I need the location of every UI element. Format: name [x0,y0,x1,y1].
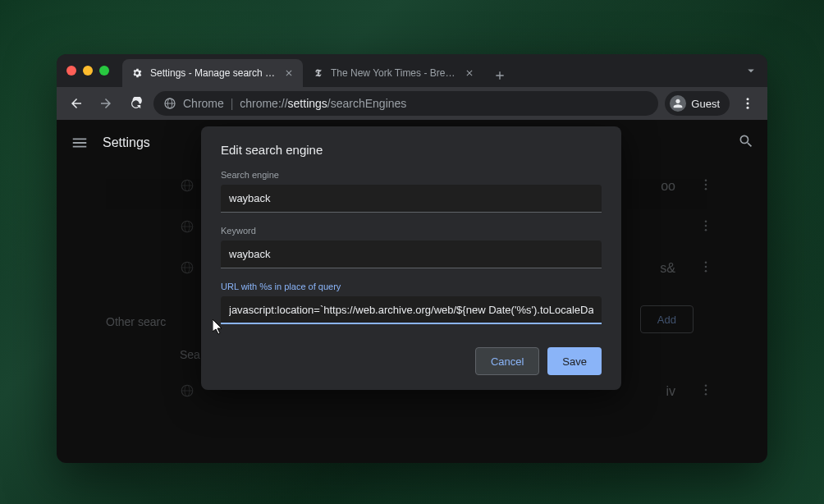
page-title: Settings [103,135,150,150]
field-label: Search engine [221,170,602,180]
svg-point-29 [705,393,707,396]
nyt-icon: 𝕿 [311,66,324,80]
svg-point-21 [705,261,707,263]
svg-point-27 [705,384,707,387]
tabs-container: Settings - Manage search engi 𝕿 The New … [122,54,767,87]
svg-point-9 [705,179,707,181]
search-button[interactable] [738,133,754,153]
window-controls [66,66,109,76]
globe-icon [180,219,196,236]
svg-point-5 [747,107,749,109]
tab-bar: Settings - Manage search engi 𝕿 The New … [57,54,767,87]
globe-icon [180,260,196,277]
svg-point-4 [747,103,749,105]
svg-point-17 [705,229,707,231]
address-bar[interactable]: Chrome | chrome://settings/searchEngines [153,91,658,116]
window-maximize-button[interactable] [99,66,109,76]
tab-nyt[interactable]: 𝕿 The New York Times - Breaking [303,59,483,87]
add-engine-button[interactable]: Add [640,305,694,333]
hamburger-menu-button[interactable] [70,133,89,153]
url-input[interactable] [221,296,602,324]
close-icon[interactable] [464,67,475,79]
dialog-title: Edit search engine [221,143,602,157]
svg-point-3 [747,98,749,100]
field-label: URL with %s in place of query [221,282,602,291]
dialog-actions: Cancel Save [221,347,602,375]
desktop-wallpaper: Settings - Manage search engi 𝕿 The New … [0,0,824,504]
browser-menu-button[interactable] [736,92,759,115]
reload-button[interactable] [124,92,147,115]
edit-search-engine-dialog: Edit search engine Search engine Keyword… [201,126,621,390]
browser-window: Settings - Manage search engi 𝕿 The New … [57,54,767,463]
url-field: URL with %s in place of query [221,282,602,324]
cancel-button[interactable]: Cancel [475,347,539,375]
save-button[interactable]: Save [547,347,602,375]
new-tab-button[interactable] [488,64,511,87]
keyword-input[interactable] [221,241,602,268]
svg-point-22 [705,266,707,268]
row-menu-button[interactable] [698,383,718,401]
search-engine-name-field: Search engine [221,170,602,213]
search-engine-name-input[interactable] [221,185,602,213]
content-area: Settings oo [57,120,767,463]
keyword-field: Keyword [221,226,602,268]
row-menu-button[interactable] [698,177,718,195]
avatar-icon [670,95,686,112]
close-icon[interactable] [283,67,295,79]
tab-title: Settings - Manage search engi [150,67,277,79]
forward-button[interactable] [94,92,117,115]
globe-icon [180,383,196,400]
svg-point-10 [705,184,707,186]
svg-point-23 [705,270,707,273]
row-menu-button[interactable] [698,218,718,236]
svg-point-15 [705,220,707,222]
gear-icon [130,66,144,80]
profile-label: Guest [691,98,720,110]
tab-overflow-button[interactable] [743,62,759,79]
globe-icon [180,178,196,195]
tab-settings[interactable]: Settings - Manage search engi [122,59,303,87]
row-menu-button[interactable] [698,259,718,277]
site-info-icon[interactable] [163,97,176,110]
window-close-button[interactable] [66,66,76,76]
profile-button[interactable]: Guest [665,91,730,116]
tab-title: The New York Times - Breaking [331,67,457,79]
svg-point-28 [705,389,707,392]
url-text: Chrome | chrome://settings/searchEngines [183,97,406,110]
svg-point-16 [705,225,707,227]
toolbar: Chrome | chrome://settings/searchEngines… [57,87,767,120]
field-label: Keyword [221,226,602,236]
window-minimize-button[interactable] [83,66,93,76]
svg-point-11 [705,188,707,190]
back-button[interactable] [65,92,88,115]
